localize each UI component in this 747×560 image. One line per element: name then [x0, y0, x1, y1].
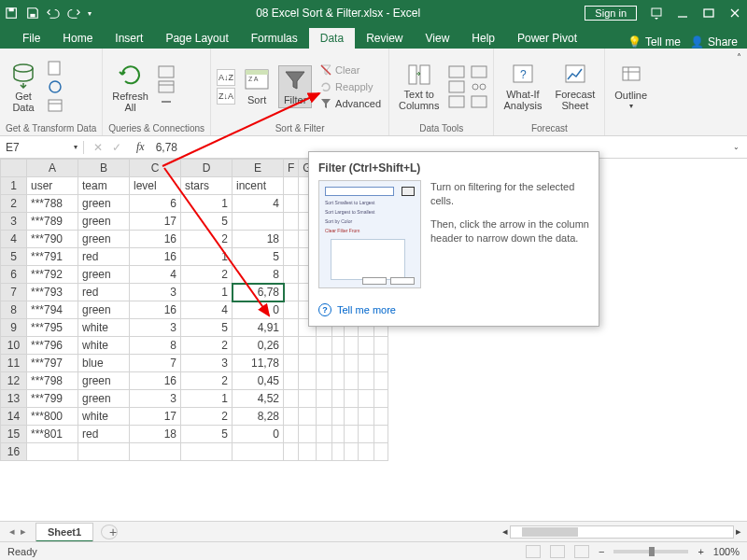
cell-A11[interactable]: ***797 — [27, 355, 78, 372]
what-if-button[interactable]: ? What-If Analysis — [500, 61, 545, 113]
cell-C9[interactable]: 3 — [130, 319, 181, 337]
cell-H16[interactable] — [316, 443, 332, 461]
cell-B12[interactable]: green — [78, 372, 130, 390]
cell-C15[interactable]: 18 — [130, 426, 181, 443]
cell-F15[interactable] — [284, 426, 299, 443]
cell-E5[interactable]: 5 — [233, 248, 284, 266]
properties-icon[interactable] — [158, 80, 175, 93]
sheet-tab-sheet1[interactable]: Sheet1 — [35, 523, 93, 542]
page-layout-view-icon[interactable] — [550, 545, 565, 558]
cell-J12[interactable] — [344, 372, 358, 390]
row-header-7[interactable]: 7 — [1, 284, 27, 301]
cell-A2[interactable]: ***788 — [27, 195, 78, 213]
cell-C7[interactable]: 3 — [130, 284, 181, 301]
relationships-icon[interactable] — [471, 80, 487, 93]
cell-F2[interactable] — [284, 195, 299, 213]
cell-I13[interactable] — [332, 390, 344, 408]
cell-E2[interactable]: 4 — [233, 195, 284, 213]
cell-A1[interactable]: user — [27, 177, 78, 195]
maximize-icon[interactable] — [702, 7, 715, 20]
cell-I11[interactable] — [332, 355, 344, 372]
cell-F8[interactable] — [284, 301, 299, 319]
cell-D10[interactable]: 2 — [181, 337, 233, 355]
get-data-button[interactable]: Get Data — [6, 59, 41, 115]
cell-G13[interactable] — [299, 390, 316, 408]
cell-E6[interactable]: 8 — [233, 266, 284, 284]
cell-E1[interactable]: incent — [233, 177, 284, 195]
cell-D16[interactable] — [181, 443, 233, 461]
cell-F9[interactable] — [284, 319, 299, 337]
col-header-F[interactable]: F — [284, 160, 299, 177]
cell-D8[interactable]: 4 — [181, 301, 233, 319]
cell-E9[interactable]: 4,91 — [233, 319, 284, 337]
cell-K11[interactable] — [358, 355, 374, 372]
remove-duplicates-icon[interactable] — [448, 80, 465, 93]
cell-D6[interactable]: 2 — [181, 266, 233, 284]
tab-formulas[interactable]: Formulas — [240, 28, 309, 49]
cell-A9[interactable]: ***795 — [27, 319, 78, 337]
cancel-formula-icon[interactable]: ✕ — [93, 141, 103, 154]
cell-E3[interactable] — [233, 213, 284, 231]
row-header-9[interactable]: 9 — [1, 319, 27, 337]
page-break-view-icon[interactable] — [574, 545, 589, 558]
cell-B2[interactable]: green — [78, 195, 130, 213]
sort-button[interactable]: Z A Sort — [241, 66, 273, 107]
sort-asc-icon[interactable]: A↓Z — [217, 69, 235, 86]
fx-icon[interactable]: fx — [131, 140, 150, 154]
cell-H10[interactable] — [316, 337, 332, 355]
filter-button[interactable]: Filter — [278, 65, 312, 108]
undo-icon[interactable] — [47, 7, 60, 20]
cell-B16[interactable] — [78, 443, 130, 461]
cell-H13[interactable] — [316, 390, 332, 408]
cell-C13[interactable]: 3 — [130, 390, 181, 408]
consolidate-icon[interactable] — [471, 65, 487, 78]
cell-J14[interactable] — [344, 408, 358, 426]
tab-data[interactable]: Data — [309, 28, 355, 49]
cell-E16[interactable] — [233, 443, 284, 461]
cell-B1[interactable]: team — [78, 177, 130, 195]
row-header-15[interactable]: 15 — [1, 426, 27, 443]
cell-E14[interactable]: 8,28 — [233, 408, 284, 426]
cell-F6[interactable] — [284, 266, 299, 284]
cell-A5[interactable]: ***791 — [27, 248, 78, 266]
row-header-10[interactable]: 10 — [1, 337, 27, 355]
cell-A12[interactable]: ***798 — [27, 372, 78, 390]
horizontal-scrollbar[interactable] — [510, 525, 734, 539]
cell-K16[interactable] — [358, 443, 374, 461]
cell-H15[interactable] — [316, 426, 332, 443]
cell-K14[interactable] — [358, 408, 374, 426]
cell-D4[interactable]: 2 — [181, 231, 233, 248]
cell-D13[interactable]: 1 — [181, 390, 233, 408]
tell-me-more-link[interactable]: ? Tell me more — [318, 298, 589, 316]
name-box-dropdown-icon[interactable]: ▾ — [74, 143, 78, 151]
row-header-3[interactable]: 3 — [1, 213, 27, 231]
cell-C1[interactable]: level — [130, 177, 181, 195]
row-header-16[interactable]: 16 — [1, 443, 27, 461]
sign-in-button[interactable]: Sign in — [585, 6, 637, 21]
cell-C5[interactable]: 16 — [130, 248, 181, 266]
cell-B8[interactable]: green — [78, 301, 130, 319]
cell-D3[interactable]: 5 — [181, 213, 233, 231]
cell-C14[interactable]: 17 — [130, 408, 181, 426]
queries-icon[interactable] — [158, 65, 175, 78]
tab-insert[interactable]: Insert — [104, 28, 154, 49]
cell-B13[interactable]: green — [78, 390, 130, 408]
normal-view-icon[interactable] — [526, 545, 541, 558]
cell-B10[interactable]: white — [78, 337, 130, 355]
cell-A16[interactable] — [27, 443, 78, 461]
cell-I15[interactable] — [332, 426, 344, 443]
cell-F7[interactable] — [284, 284, 299, 301]
close-icon[interactable] — [728, 7, 741, 20]
cell-L15[interactable] — [374, 426, 388, 443]
cell-C6[interactable]: 4 — [130, 266, 181, 284]
cell-I10[interactable] — [332, 337, 344, 355]
cell-A15[interactable]: ***801 — [27, 426, 78, 443]
cell-B15[interactable]: red — [78, 426, 130, 443]
save-icon[interactable] — [26, 7, 39, 20]
cell-J15[interactable] — [344, 426, 358, 443]
cell-G12[interactable] — [299, 372, 316, 390]
cell-B11[interactable]: blue — [78, 355, 130, 372]
expand-formula-bar-icon[interactable]: ⌄ — [726, 143, 747, 151]
from-table-icon[interactable] — [47, 97, 63, 114]
cell-D2[interactable]: 1 — [181, 195, 233, 213]
